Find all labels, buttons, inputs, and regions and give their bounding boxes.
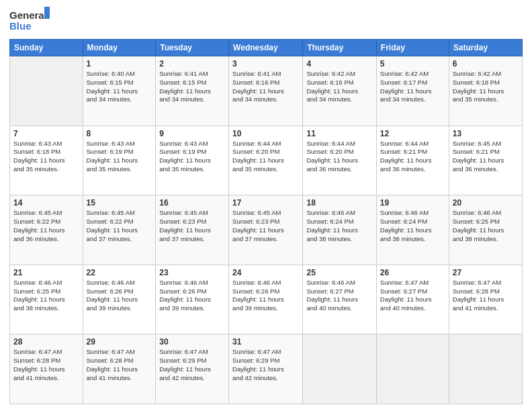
- calendar-cell: 25Sunrise: 6:46 AM Sunset: 6:27 PM Dayli…: [303, 265, 376, 334]
- calendar-cell: 17Sunrise: 6:45 AM Sunset: 6:23 PM Dayli…: [229, 195, 303, 265]
- calendar-cell: 9Sunrise: 6:43 AM Sunset: 6:19 PM Daylig…: [156, 126, 229, 195]
- day-number: 15: [87, 198, 152, 208]
- calendar-cell: 19Sunrise: 6:46 AM Sunset: 6:24 PM Dayli…: [376, 195, 449, 265]
- calendar-cell: 7Sunrise: 6:43 AM Sunset: 6:18 PM Daylig…: [10, 126, 83, 195]
- week-row-2: 7Sunrise: 6:43 AM Sunset: 6:18 PM Daylig…: [10, 126, 523, 195]
- day-number: 25: [306, 268, 372, 277]
- calendar-cell: 21Sunrise: 6:46 AM Sunset: 6:25 PM Dayli…: [10, 265, 83, 334]
- day-info: Sunrise: 6:47 AM Sunset: 6:28 PM Dayligh…: [87, 348, 152, 382]
- calendar-cell: [10, 56, 83, 126]
- day-info: Sunrise: 6:42 AM Sunset: 6:18 PM Dayligh…: [453, 70, 519, 104]
- day-info: Sunrise: 6:45 AM Sunset: 6:21 PM Dayligh…: [453, 140, 519, 174]
- day-info: Sunrise: 6:42 AM Sunset: 6:16 PM Dayligh…: [306, 70, 372, 104]
- calendar-cell: 27Sunrise: 6:47 AM Sunset: 6:28 PM Dayli…: [449, 265, 522, 334]
- calendar-cell: 5Sunrise: 6:42 AM Sunset: 6:17 PM Daylig…: [376, 56, 449, 126]
- calendar-cell: 16Sunrise: 6:45 AM Sunset: 6:23 PM Dayli…: [156, 195, 229, 265]
- calendar-cell: 20Sunrise: 6:46 AM Sunset: 6:25 PM Dayli…: [449, 195, 522, 265]
- day-number: 2: [159, 59, 225, 68]
- svg-text:Blue: Blue: [9, 20, 32, 32]
- day-info: Sunrise: 6:42 AM Sunset: 6:17 PM Dayligh…: [380, 70, 445, 104]
- day-info: Sunrise: 6:43 AM Sunset: 6:19 PM Dayligh…: [159, 140, 225, 174]
- day-info: Sunrise: 6:43 AM Sunset: 6:18 PM Dayligh…: [13, 140, 79, 174]
- day-number: 4: [306, 59, 372, 68]
- day-number: 17: [232, 198, 299, 208]
- weekday-header-monday: Monday: [83, 40, 156, 56]
- logo-svg: General Blue: [9, 7, 50, 34]
- day-number: 18: [306, 198, 372, 208]
- weekday-header-friday: Friday: [376, 40, 449, 56]
- calendar-cell: 28Sunrise: 6:47 AM Sunset: 6:28 PM Dayli…: [10, 334, 83, 404]
- day-info: Sunrise: 6:45 AM Sunset: 6:22 PM Dayligh…: [13, 209, 79, 243]
- day-number: 29: [87, 337, 152, 347]
- day-info: Sunrise: 6:46 AM Sunset: 6:25 PM Dayligh…: [453, 209, 519, 243]
- day-info: Sunrise: 6:44 AM Sunset: 6:20 PM Dayligh…: [232, 140, 299, 174]
- svg-text:General: General: [9, 9, 47, 21]
- day-number: 16: [159, 198, 225, 208]
- calendar-table: SundayMondayTuesdayWednesdayThursdayFrid…: [9, 39, 523, 404]
- day-info: Sunrise: 6:47 AM Sunset: 6:28 PM Dayligh…: [453, 279, 519, 313]
- weekday-header-tuesday: Tuesday: [156, 40, 229, 56]
- day-info: Sunrise: 6:45 AM Sunset: 6:23 PM Dayligh…: [159, 209, 225, 243]
- calendar-cell: [376, 334, 449, 404]
- calendar-cell: 14Sunrise: 6:45 AM Sunset: 6:22 PM Dayli…: [10, 195, 83, 265]
- day-number: 31: [232, 337, 299, 347]
- day-info: Sunrise: 6:47 AM Sunset: 6:29 PM Dayligh…: [159, 348, 225, 382]
- week-row-4: 21Sunrise: 6:46 AM Sunset: 6:25 PM Dayli…: [10, 265, 523, 334]
- day-info: Sunrise: 6:46 AM Sunset: 6:25 PM Dayligh…: [13, 279, 79, 313]
- calendar-cell: [303, 334, 376, 404]
- calendar-cell: 23Sunrise: 6:46 AM Sunset: 6:26 PM Dayli…: [156, 265, 229, 334]
- day-info: Sunrise: 6:45 AM Sunset: 6:22 PM Dayligh…: [87, 209, 152, 243]
- weekday-header-wednesday: Wednesday: [229, 40, 303, 56]
- page: General Blue SundayMondayTuesdayWednesda…: [0, 0, 532, 411]
- calendar-cell: 13Sunrise: 6:45 AM Sunset: 6:21 PM Dayli…: [449, 126, 522, 195]
- day-info: Sunrise: 6:41 AM Sunset: 6:15 PM Dayligh…: [159, 70, 225, 104]
- weekday-header-saturday: Saturday: [449, 40, 522, 56]
- weekday-header-sunday: Sunday: [10, 40, 83, 56]
- day-info: Sunrise: 6:46 AM Sunset: 6:26 PM Dayligh…: [232, 279, 299, 313]
- day-info: Sunrise: 6:47 AM Sunset: 6:28 PM Dayligh…: [13, 348, 79, 382]
- logo: General Blue: [9, 7, 50, 34]
- calendar-cell: 3Sunrise: 6:41 AM Sunset: 6:16 PM Daylig…: [229, 56, 303, 126]
- week-row-1: 1Sunrise: 6:40 AM Sunset: 6:15 PM Daylig…: [10, 56, 523, 126]
- day-number: 6: [453, 59, 519, 68]
- day-number: 24: [232, 268, 299, 277]
- day-info: Sunrise: 6:46 AM Sunset: 6:24 PM Dayligh…: [306, 209, 372, 243]
- day-number: 21: [13, 268, 79, 277]
- calendar-cell: 12Sunrise: 6:44 AM Sunset: 6:21 PM Dayli…: [376, 126, 449, 195]
- calendar-cell: 22Sunrise: 6:46 AM Sunset: 6:26 PM Dayli…: [83, 265, 156, 334]
- weekday-header-row: SundayMondayTuesdayWednesdayThursdayFrid…: [10, 40, 523, 56]
- day-number: 10: [232, 129, 299, 138]
- calendar-cell: 1Sunrise: 6:40 AM Sunset: 6:15 PM Daylig…: [83, 56, 156, 126]
- day-info: Sunrise: 6:40 AM Sunset: 6:15 PM Dayligh…: [87, 70, 152, 104]
- day-number: 20: [453, 198, 519, 208]
- day-number: 11: [306, 129, 372, 138]
- day-info: Sunrise: 6:43 AM Sunset: 6:19 PM Dayligh…: [87, 140, 152, 174]
- day-number: 5: [380, 59, 445, 68]
- day-number: 30: [159, 337, 225, 347]
- calendar-cell: 4Sunrise: 6:42 AM Sunset: 6:16 PM Daylig…: [303, 56, 376, 126]
- day-number: 27: [453, 268, 519, 277]
- day-info: Sunrise: 6:44 AM Sunset: 6:21 PM Dayligh…: [380, 140, 445, 174]
- calendar-cell: 8Sunrise: 6:43 AM Sunset: 6:19 PM Daylig…: [83, 126, 156, 195]
- day-info: Sunrise: 6:46 AM Sunset: 6:24 PM Dayligh…: [380, 209, 445, 243]
- day-info: Sunrise: 6:44 AM Sunset: 6:20 PM Dayligh…: [306, 140, 372, 174]
- calendar-cell: [449, 334, 522, 404]
- day-number: 9: [159, 129, 225, 138]
- header: General Blue: [9, 7, 523, 34]
- calendar-cell: 24Sunrise: 6:46 AM Sunset: 6:26 PM Dayli…: [229, 265, 303, 334]
- weekday-header-thursday: Thursday: [303, 40, 376, 56]
- day-number: 26: [380, 268, 445, 277]
- day-number: 8: [87, 129, 152, 138]
- calendar-cell: 2Sunrise: 6:41 AM Sunset: 6:15 PM Daylig…: [156, 56, 229, 126]
- calendar-cell: 29Sunrise: 6:47 AM Sunset: 6:28 PM Dayli…: [83, 334, 156, 404]
- day-number: 22: [87, 268, 152, 277]
- day-info: Sunrise: 6:46 AM Sunset: 6:27 PM Dayligh…: [306, 279, 372, 313]
- day-info: Sunrise: 6:46 AM Sunset: 6:26 PM Dayligh…: [159, 279, 225, 313]
- day-number: 14: [13, 198, 79, 208]
- day-number: 23: [159, 268, 225, 277]
- day-info: Sunrise: 6:47 AM Sunset: 6:29 PM Dayligh…: [232, 348, 299, 382]
- calendar-cell: 30Sunrise: 6:47 AM Sunset: 6:29 PM Dayli…: [156, 334, 229, 404]
- day-number: 12: [380, 129, 445, 138]
- calendar-cell: 18Sunrise: 6:46 AM Sunset: 6:24 PM Dayli…: [303, 195, 376, 265]
- calendar-cell: 10Sunrise: 6:44 AM Sunset: 6:20 PM Dayli…: [229, 126, 303, 195]
